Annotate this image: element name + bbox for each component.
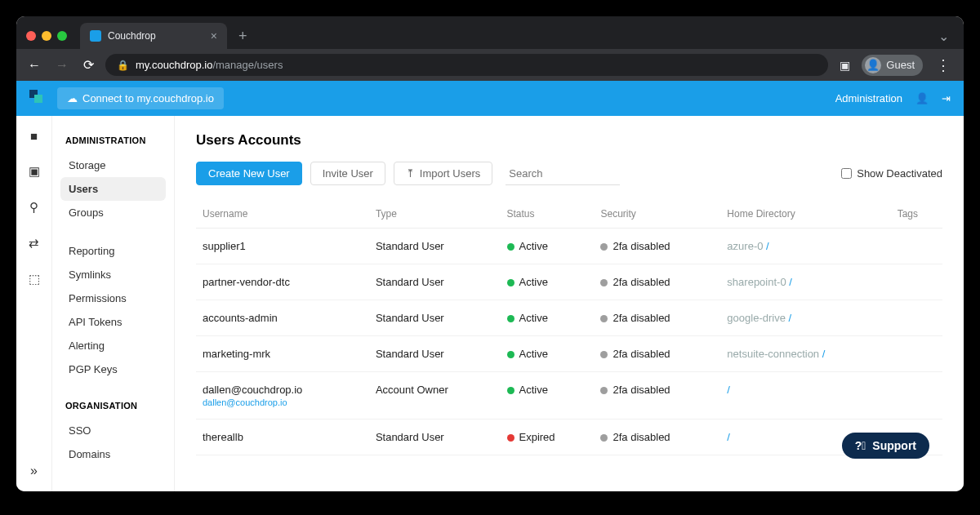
shuffle-icon[interactable]: ⇄: [29, 236, 39, 251]
show-deactivated-toggle[interactable]: Show Deactivated: [841, 167, 942, 180]
folder-icon[interactable]: ■: [30, 129, 38, 143]
support-button[interactable]: ?⃝ Support: [842, 433, 929, 459]
status-cell: Expired: [519, 431, 555, 443]
security-dot-icon: [600, 351, 608, 358]
new-tab-button[interactable]: +: [234, 28, 252, 45]
import-users-button[interactable]: ⤒ Import Users: [394, 162, 492, 185]
app-logo-icon: [29, 90, 47, 108]
share-icon[interactable]: ⚲: [29, 200, 38, 215]
chrome-tabs-dropdown-icon[interactable]: ⌄: [933, 29, 954, 44]
table-row[interactable]: accounts-adminStandard UserActive2fa dis…: [196, 300, 942, 336]
status-cell: Active: [519, 312, 548, 324]
traffic-lights: [26, 31, 67, 41]
profile-pill[interactable]: 👤 Guest: [862, 55, 923, 76]
type-cell: Standard User: [369, 229, 501, 264]
sidebar-item-symlinks[interactable]: Symlinks: [60, 263, 166, 286]
homedir-cell: /: [720, 372, 890, 420]
lock-icon: 🔒: [117, 60, 129, 71]
status-cell: Active: [519, 348, 548, 360]
homedir-cell: sharepoint-0 /: [720, 264, 890, 300]
tags-cell: [891, 336, 942, 372]
type-cell: Standard User: [369, 300, 501, 336]
tags-cell: [891, 300, 942, 336]
col-security: Security: [594, 200, 720, 229]
status-cell: Active: [519, 276, 548, 288]
security-cell: 2fa disabled: [612, 276, 670, 288]
chrome-menu-icon[interactable]: ⋮: [931, 56, 956, 74]
type-cell: Standard User: [369, 336, 501, 372]
security-cell: 2fa disabled: [612, 240, 670, 252]
show-deactivated-checkbox[interactable]: [841, 168, 852, 179]
status-dot-icon: [507, 351, 514, 358]
security-dot-icon: [600, 243, 608, 251]
create-user-button[interactable]: Create New User: [196, 162, 302, 185]
security-cell: 2fa disabled: [612, 431, 670, 443]
homedir-cell: google-drive /: [720, 300, 890, 336]
table-row[interactable]: dallen@couchdrop.iodallen@couchdrop.ioAc…: [196, 372, 942, 420]
status-dot-icon: [507, 315, 514, 322]
sidebar-item-api-tokens[interactable]: API Tokens: [60, 310, 166, 334]
app-body: ■ ▣ ⚲ ⇄ ⬚ » ADMINISTRATION Storage Users…: [16, 116, 964, 491]
status-dot-icon: [507, 387, 514, 394]
sidebar-item-domains[interactable]: Domains: [60, 442, 166, 466]
connect-label: Connect to my.couchdrop.io: [82, 92, 214, 104]
username-cell: partner-vendor-dtc: [203, 276, 363, 288]
table-row[interactable]: supplier1Standard UserActive2fa disabled…: [196, 229, 942, 264]
type-cell: Standard User: [369, 420, 501, 455]
type-cell: Standard User: [369, 264, 501, 300]
connect-button[interactable]: ☁ Connect to my.couchdrop.io: [57, 87, 224, 109]
url-domain: my.couchdrop.io: [136, 59, 212, 71]
browser-tab[interactable]: Couchdrop ×: [80, 23, 227, 49]
forward-button[interactable]: →: [52, 55, 72, 76]
main-content: Users Accounts Create New User Invite Us…: [175, 116, 964, 491]
sidebar-section-admin: ADMINISTRATION: [65, 135, 166, 145]
icon-rail: ■ ▣ ⚲ ⇄ ⬚ »: [16, 116, 52, 491]
cloud-icon: ☁: [67, 92, 78, 104]
sidebar-item-storage[interactable]: Storage: [60, 153, 166, 177]
logout-icon[interactable]: ⇥: [942, 92, 951, 104]
inbox-icon[interactable]: ▣: [29, 164, 40, 179]
chrome-tab-strip: Couchdrop × + ⌄: [16, 16, 964, 49]
sidebar-item-sso[interactable]: SSO: [60, 419, 166, 442]
status-dot-icon: [507, 243, 514, 251]
security-dot-icon: [600, 279, 608, 286]
status-cell: Active: [519, 240, 548, 252]
maximize-window-icon[interactable]: [57, 31, 67, 41]
upload-icon: ⤒: [406, 167, 415, 180]
minimize-window-icon[interactable]: [42, 31, 51, 41]
favicon-icon: [90, 30, 101, 42]
search-input[interactable]: [506, 162, 620, 185]
administration-link[interactable]: Administration: [835, 92, 902, 104]
reload-button[interactable]: ⟳: [80, 54, 97, 76]
back-button[interactable]: ←: [24, 55, 44, 76]
table-row[interactable]: thereallbStandard UserExpired2fa disable…: [196, 420, 942, 455]
url-bar[interactable]: 🔒 my.couchdrop.io/manage/users: [105, 54, 828, 76]
table-row[interactable]: partner-vendor-dtcStandard UserActive2fa…: [196, 264, 942, 300]
close-tab-icon[interactable]: ×: [211, 29, 217, 42]
security-dot-icon: [600, 387, 608, 394]
browser-window: Couchdrop × + ⌄ ← → ⟳ 🔒 my.couchdrop.io/…: [16, 16, 964, 491]
col-type: Type: [369, 200, 501, 229]
user-icon[interactable]: 👤: [915, 92, 929, 104]
profile-label: Guest: [886, 59, 915, 71]
sidebar-section-org: ORGANISATION: [65, 401, 166, 411]
col-status: Status: [501, 200, 595, 229]
sidebar-item-users[interactable]: Users: [60, 177, 166, 201]
extension-icon[interactable]: ▣: [836, 55, 853, 75]
sidebar-item-reporting[interactable]: Reporting: [60, 239, 166, 263]
show-deactivated-label: Show Deactivated: [857, 167, 942, 180]
table-row[interactable]: marketing-mrkStandard UserActive2fa disa…: [196, 336, 942, 372]
sidebar-item-groups[interactable]: Groups: [60, 201, 166, 224]
sidebar-item-pgp-keys[interactable]: PGP Keys: [60, 357, 166, 381]
homedir-cell: azure-0 /: [720, 229, 890, 264]
homedir-cell: netsuite-connection /: [720, 336, 890, 372]
expand-rail-icon[interactable]: »: [30, 464, 38, 478]
sidebar: ADMINISTRATION Storage Users Groups Repo…: [52, 116, 175, 491]
robot-icon[interactable]: ⬚: [29, 272, 40, 286]
sidebar-item-alerting[interactable]: Alerting: [60, 334, 166, 357]
sidebar-item-permissions[interactable]: Permissions: [60, 286, 166, 310]
security-dot-icon: [600, 315, 608, 322]
security-cell: 2fa disabled: [612, 312, 670, 324]
invite-user-button[interactable]: Invite User: [310, 162, 385, 185]
close-window-icon[interactable]: [26, 31, 36, 41]
